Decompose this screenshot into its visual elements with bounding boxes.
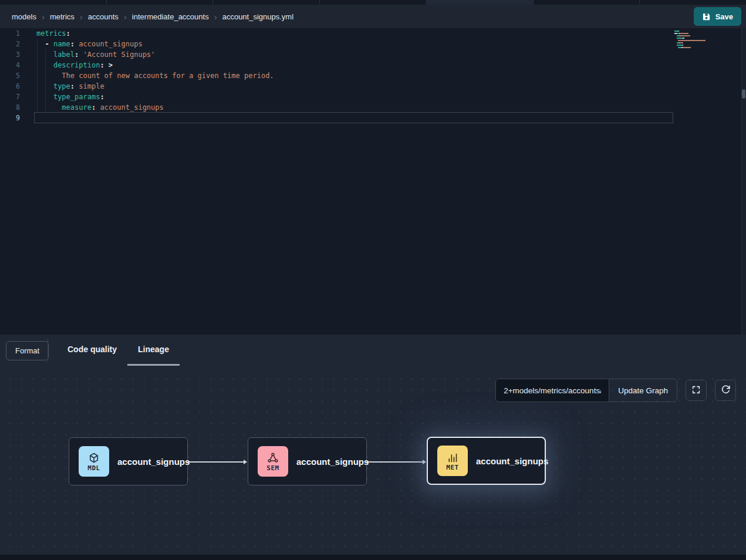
- ide-window: models›metrics›accounts›intermediate_acc…: [0, 0, 746, 560]
- code-segment: :: [70, 40, 79, 48]
- code-text: metrics:: [20, 28, 70, 39]
- save-floppy-icon: [702, 12, 711, 21]
- code-line: 6 type: simple: [0, 81, 746, 92]
- code-text: label: 'Account Signups': [20, 49, 155, 60]
- node-title: account_signups: [476, 456, 548, 466]
- lineage-node-sem[interactable]: SEMaccount_signups: [248, 437, 367, 485]
- lineage-edge: [367, 461, 424, 463]
- code-segment: [36, 72, 62, 80]
- code-segment: description: [53, 61, 100, 69]
- code-line: 2 - name: account_signups: [0, 39, 746, 49]
- panel-bottom-edge: [0, 555, 746, 560]
- code-segment: 'Account Signups': [83, 50, 155, 59]
- line-number: 8: [0, 102, 20, 113]
- line-number: 2: [0, 39, 20, 49]
- panel-tabs: Code qualityLineage: [57, 335, 180, 366]
- breadcrumb-item: models: [12, 12, 36, 21]
- scrollbar-thumb[interactable]: [742, 89, 745, 99]
- node-type-label: MDL: [87, 464, 100, 472]
- panel-tab-row: Format Code qualityLineage: [0, 335, 746, 366]
- chevron-right-icon: ›: [42, 12, 45, 21]
- editor-minimap[interactable]: [674, 31, 740, 52]
- breadcrumb: models›metrics›accounts›intermediate_acc…: [12, 12, 293, 21]
- top-tab[interactable]: [213, 0, 319, 5]
- bottom-panel: Format Code qualityLineage MDLaccount_si…: [0, 335, 746, 560]
- indent-guide: [45, 49, 46, 113]
- line-number: 5: [0, 70, 20, 81]
- minimap-line: [674, 47, 740, 48]
- code-segment: -: [36, 40, 53, 48]
- code-segment: measure: [62, 103, 92, 112]
- lineage-node-met[interactable]: METaccount_signups: [427, 437, 546, 485]
- line-number: 6: [0, 81, 20, 92]
- lineage-selector-input[interactable]: [496, 379, 609, 402]
- code-segment: [36, 103, 62, 112]
- node-type-badge: SEM: [258, 446, 288, 477]
- code-line: 3 label: 'Account Signups': [0, 49, 746, 60]
- code-segment: metrics: [36, 29, 66, 38]
- code-segment: type_params: [53, 93, 100, 101]
- minimap-line: [674, 31, 740, 32]
- code-segment: >: [109, 61, 113, 69]
- minimap-line: [674, 40, 740, 41]
- code-segment: :: [70, 82, 79, 90]
- chevron-right-icon: ›: [124, 12, 127, 21]
- code-segment: The count of new accounts for a given ti…: [62, 72, 274, 80]
- node-title: account_signups: [117, 457, 190, 467]
- top-tab[interactable]: [427, 0, 533, 5]
- indent-guide: [37, 39, 38, 113]
- code-segment: :: [100, 93, 104, 101]
- top-tab[interactable]: [640, 0, 746, 5]
- lineage-node-mdl[interactable]: MDLaccount_signups: [69, 437, 188, 485]
- update-graph-button[interactable]: Update Graph: [609, 379, 677, 402]
- edge-arrowhead: [244, 460, 247, 464]
- top-tab[interactable]: [0, 0, 106, 5]
- top-tab[interactable]: [107, 0, 213, 5]
- code-segment: account_signups: [79, 40, 142, 48]
- node-type-badge: MET: [437, 446, 468, 476]
- minimap-line: [674, 35, 740, 36]
- breadcrumb-item: account_signups.yml: [222, 12, 293, 21]
- breadcrumb-item: accounts: [88, 12, 119, 21]
- tab-code-quality[interactable]: Code quality: [57, 335, 127, 366]
- code-text: type_params:: [20, 92, 104, 102]
- editor-scrollbar[interactable]: [741, 28, 746, 335]
- minimap-line: [674, 42, 740, 43]
- code-text: description: >: [20, 60, 113, 70]
- breadcrumb-bar: models›metrics›accounts›intermediate_acc…: [0, 5, 746, 28]
- tab-lineage[interactable]: Lineage: [127, 335, 180, 366]
- top-tab[interactable]: [320, 0, 426, 5]
- code-segment: type: [53, 82, 70, 90]
- node-title: account_signups: [296, 457, 369, 467]
- fullscreen-button[interactable]: [686, 380, 707, 401]
- code-segment: account_signups: [100, 103, 163, 112]
- code-segment: :: [92, 103, 100, 112]
- node-type-badge: MDL: [79, 446, 109, 477]
- save-button[interactable]: Save: [694, 7, 741, 26]
- top-tab[interactable]: [534, 0, 640, 5]
- refresh-button[interactable]: [715, 380, 736, 401]
- line-number: 4: [0, 60, 20, 70]
- minimap-line: [674, 45, 740, 46]
- code-line: 4 description: >: [0, 60, 746, 70]
- code-text: - name: account_signups: [20, 39, 143, 49]
- code-segment: :: [66, 29, 70, 38]
- fullscreen-icon: [691, 385, 701, 396]
- format-button[interactable]: Format: [6, 341, 49, 360]
- minimap-line: [674, 38, 740, 39]
- minimap-line: [674, 33, 740, 34]
- code-editor[interactable]: 1metrics:2 - name: account_signups3 labe…: [0, 28, 746, 335]
- active-line-highlight: [34, 112, 673, 123]
- semantic-model-icon: [267, 451, 279, 464]
- code-segment: name: [53, 40, 70, 48]
- node-type-label: SEM: [266, 464, 279, 472]
- chevron-right-icon: ›: [80, 12, 83, 21]
- refresh-icon: [721, 384, 731, 396]
- breadcrumb-item: metrics: [50, 12, 75, 21]
- metric-chart-icon: [447, 450, 458, 463]
- selector-group: Update Graph: [495, 379, 677, 402]
- node-type-label: MET: [446, 464, 458, 471]
- code-line: 8 measure: account_signups: [0, 102, 746, 113]
- code-segment: label: [53, 50, 75, 59]
- code-line: 5 The count of new accounts for a given …: [0, 70, 746, 81]
